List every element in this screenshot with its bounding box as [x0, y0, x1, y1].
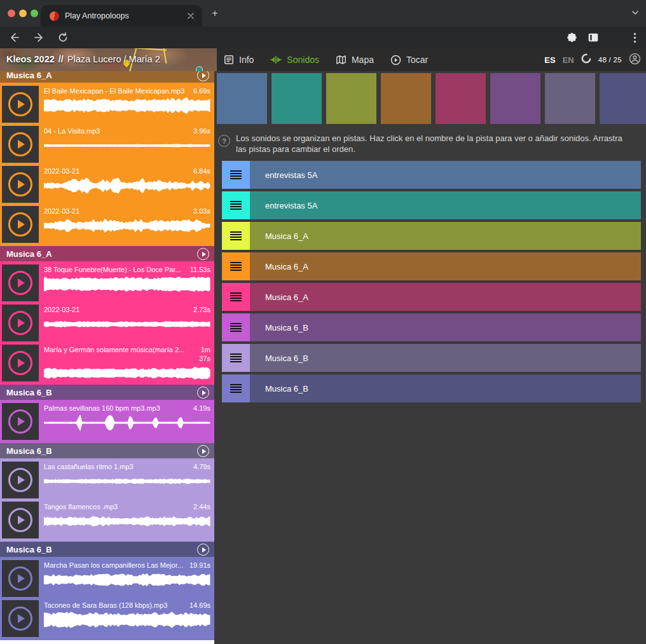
forward-button[interactable] — [33, 32, 45, 46]
track-color-swatch[interactable] — [326, 73, 376, 124]
track-row[interactable]: Musica 6_B — [222, 313, 641, 341]
clip-row[interactable]: Taconeo de Sara Baras (128 kbps).mp314.6… — [2, 600, 212, 638]
clip-row[interactable]: 04 - La Visita.mp33.96s — [2, 126, 212, 163]
track-row[interactable]: entrevistas 5A — [222, 161, 641, 189]
clip-row[interactable]: Tangos flamencos .mp32.44s — [2, 502, 212, 539]
track-color-swatch[interactable] — [545, 73, 595, 124]
clip-play-button[interactable] — [2, 305, 39, 341]
tab-close-icon[interactable] — [186, 11, 196, 21]
track-section: Musica 6_A38 Toque Funebre(Muerte) - Los… — [0, 246, 214, 385]
clip-waveform — [44, 472, 210, 490]
track-name-bar[interactable]: Musica 6_A — [250, 283, 641, 311]
clip-play-button[interactable] — [2, 502, 39, 538]
browser-menu-icon[interactable] — [633, 32, 636, 46]
side-panel-icon[interactable] — [588, 33, 598, 45]
nav-item-tocar[interactable]: Tocar — [390, 55, 428, 65]
track-row[interactable]: Musica 6_B — [222, 374, 641, 402]
clip-duration: 6.84s — [193, 167, 210, 175]
track-row[interactable]: Musica 6_A — [222, 222, 641, 250]
track-color-swatch[interactable] — [600, 73, 646, 124]
clip-info: 2022-03-213.03s — [44, 206, 212, 243]
breadcrumb-separator: // — [58, 54, 64, 64]
lang-toggle-en[interactable]: EN — [563, 55, 574, 65]
back-button[interactable] — [9, 32, 20, 46]
user-account-icon[interactable] — [629, 53, 641, 67]
track-color-swatch[interactable] — [381, 73, 431, 124]
section-play-icon[interactable] — [197, 248, 209, 260]
play-ring-icon — [8, 351, 32, 375]
track-drag-handle[interactable] — [222, 191, 250, 219]
extensions-puzzle-icon[interactable] — [567, 32, 577, 46]
breadcrumb-audioset[interactable]: Plaza Lucero / María 2 — [67, 54, 160, 64]
clip-title-row: 04 - La Visita.mp33.96s — [44, 127, 210, 135]
close-window-button[interactable] — [8, 10, 15, 17]
track-drag-handle[interactable] — [222, 344, 250, 372]
track-row[interactable]: Musica 6_B — [222, 344, 641, 372]
clip-play-button[interactable] — [2, 206, 39, 243]
drag-grip-icon — [230, 353, 242, 362]
breadcrumb-project[interactable]: Kleos 2022 — [6, 54, 55, 64]
section-header[interactable]: Musica 6_B — [0, 443, 214, 458]
track-drag-handle[interactable] — [222, 313, 250, 341]
clip-row[interactable]: Las castañuelas ritmo 1.mp34.79s — [2, 462, 212, 499]
clip-row[interactable]: María y Germán solamente música(maría 2.… — [2, 345, 212, 382]
reload-button[interactable] — [57, 32, 69, 46]
nav-item-sonidos[interactable]: Sonidos — [270, 55, 319, 65]
clip-row[interactable]: Marcha Pasan los campanilleros Las Mejor… — [2, 560, 212, 598]
clip-play-button[interactable] — [2, 264, 39, 301]
nav-item-mapa[interactable]: Mapa — [336, 55, 374, 65]
clip-play-button[interactable] — [2, 345, 39, 381]
clip-play-button[interactable] — [2, 403, 39, 440]
lang-toggle-es[interactable]: ES — [544, 55, 555, 65]
track-name-bar[interactable]: Musica 6_B — [250, 344, 641, 372]
clip-row[interactable]: 2022-03-213.03s — [2, 206, 212, 243]
track-name-bar[interactable]: entrevistas 5A — [250, 161, 641, 189]
clip-row[interactable]: 2022-03-216.84s — [2, 166, 212, 203]
track-color-swatch[interactable] — [271, 73, 322, 124]
clip-play-button[interactable] — [2, 600, 39, 637]
track-drag-handle[interactable] — [222, 222, 250, 250]
clip-play-button[interactable] — [2, 86, 39, 123]
track-name-bar[interactable]: Musica 6_B — [250, 313, 641, 341]
clip-row[interactable]: El Baile Mexicapan - El Baile Mexicapan.… — [2, 86, 212, 123]
clip-row[interactable]: 2022-03-212.73s — [2, 305, 212, 342]
section-play-icon[interactable] — [197, 387, 209, 399]
section-header[interactable]: Musica 6_B — [0, 385, 214, 400]
section-header[interactable]: Musica 6_A — [0, 246, 214, 261]
clip-row[interactable]: 38 Toque Funebre(Muerte) - Los Doce Par.… — [2, 264, 212, 302]
track-drag-handle[interactable] — [222, 283, 250, 311]
track-color-swatch[interactable] — [436, 73, 486, 124]
track-color-swatch[interactable] — [490, 73, 540, 124]
track-name-bar[interactable]: entrevistas 5A — [250, 191, 641, 219]
clip-play-button[interactable] — [2, 462, 39, 498]
section-name: Musica 6_A — [6, 71, 52, 80]
browser-tab[interactable]: Play Antropoloops — [41, 5, 202, 27]
track-drag-handle[interactable] — [222, 161, 250, 189]
section-header[interactable]: Musica 6_B — [0, 542, 214, 557]
clip-row[interactable]: Palmas sevillanas 160 bpm mp3.mp34.19s — [2, 403, 212, 441]
track-name-bar[interactable]: Musica 6_B — [250, 374, 641, 402]
section-header[interactable]: Musica 6_A — [0, 71, 214, 83]
new-tab-button[interactable]: + — [209, 7, 221, 20]
section-play-icon[interactable] — [197, 445, 209, 457]
track-drag-handle[interactable] — [222, 252, 250, 280]
track-color-swatch[interactable] — [217, 73, 267, 124]
minimize-window-button[interactable] — [19, 10, 27, 17]
fullscreen-window-button[interactable] — [31, 10, 38, 17]
track-drag-handle[interactable] — [222, 374, 250, 402]
nav-item-info[interactable]: Info — [224, 55, 254, 65]
map-icon — [336, 55, 347, 65]
clip-play-button[interactable] — [2, 560, 39, 597]
section-play-icon[interactable] — [197, 71, 209, 81]
track-row[interactable]: Musica 6_A — [222, 283, 641, 311]
section-play-icon[interactable] — [197, 544, 209, 556]
track-row[interactable]: entrevistas 5A — [222, 191, 641, 219]
track-name-bar[interactable]: Musica 6_A — [250, 252, 641, 280]
clip-name: El Baile Mexicapan - El Baile Mexicapan.… — [44, 86, 189, 95]
clip-info: María y Germán solamente música(maría 2.… — [44, 345, 212, 382]
clip-play-button[interactable] — [2, 126, 39, 163]
tab-search-chevron-icon[interactable] — [631, 8, 640, 20]
track-name-bar[interactable]: Musica 6_A — [250, 222, 641, 250]
clip-play-button[interactable] — [2, 166, 39, 203]
track-row[interactable]: Musica 6_A — [222, 252, 641, 280]
